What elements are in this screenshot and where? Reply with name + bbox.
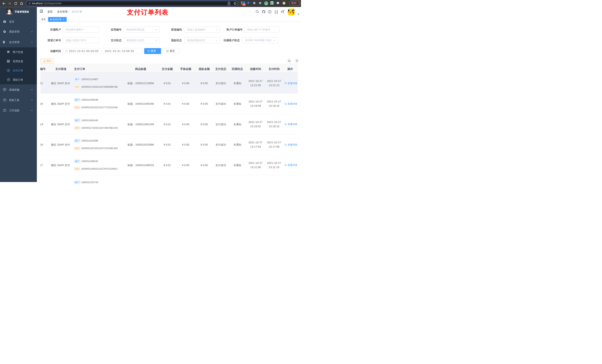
svg-text:y: y [266, 2, 267, 5]
svg-text:10: 10 [243, 3, 245, 6]
